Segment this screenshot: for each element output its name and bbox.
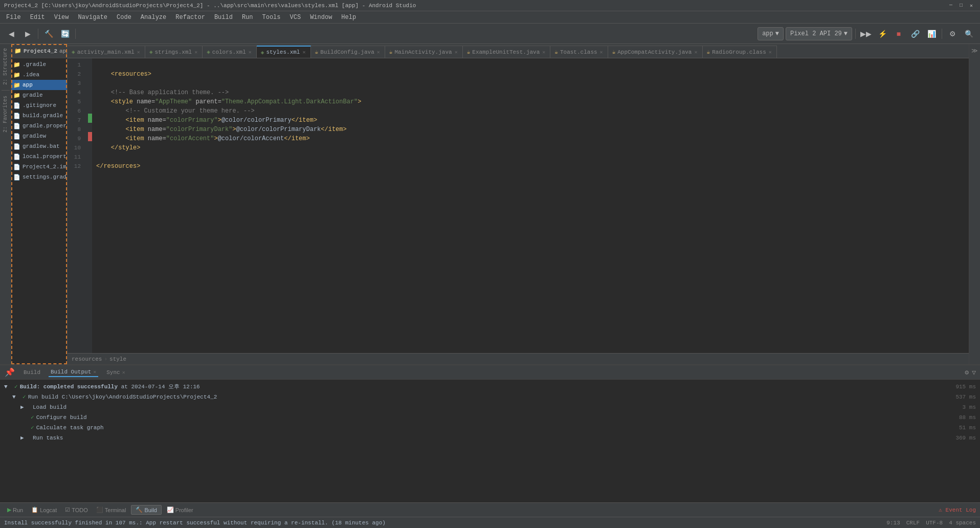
profiler-button[interactable]: 📈 Profiler: [164, 505, 196, 514]
bottom-minimize-icon[interactable]: ▽: [972, 368, 976, 377]
menu-vcs[interactable]: VCS: [286, 13, 305, 22]
run-bottom-icon: ▶: [7, 507, 11, 513]
tab-toast-class[interactable]: ☕ Toast.class ✕: [550, 46, 608, 58]
attach-button[interactable]: 🔗: [908, 27, 922, 41]
status-position[interactable]: 9:13: [886, 520, 900, 526]
tab-close[interactable]: ✕: [454, 49, 458, 55]
code-token: </item>: [292, 116, 317, 125]
gutter-9: [88, 132, 92, 141]
stop-button[interactable]: ■: [892, 27, 906, 41]
expand-arrow-6[interactable]: ▶: [20, 433, 31, 443]
menu-help[interactable]: Help: [337, 13, 360, 22]
tab-appcompat[interactable]: ☕ AppCompatActivity.java ✕: [608, 46, 703, 58]
tab-close[interactable]: ✕: [194, 49, 198, 55]
code-token: name=: [148, 116, 166, 125]
tab-buildconfig[interactable]: ☕ BuildConfig.java ✕: [311, 46, 385, 58]
minimize-icon[interactable]: ─: [949, 3, 955, 9]
menu-window[interactable]: Window: [306, 13, 336, 22]
bottom-tab-build[interactable]: Build: [21, 368, 42, 377]
menu-edit[interactable]: Edit: [26, 13, 49, 22]
tab-close[interactable]: ✕: [248, 49, 252, 55]
tree-item-app[interactable]: 📁 app: [11, 80, 67, 90]
tab-close[interactable]: ✕: [768, 49, 772, 55]
menu-refactor[interactable]: Refactor: [171, 13, 209, 22]
code-token: @color/colorAccent: [218, 134, 284, 143]
tree-item-gradle-props[interactable]: 📄 gradle.properties: [11, 121, 67, 131]
device-dropdown[interactable]: Pixel 2 API 29 ▼: [786, 27, 852, 40]
tree-item-iml[interactable]: 📄 Project4_2.iml: [11, 162, 67, 172]
bottom-tab-build-output-close[interactable]: ✕: [93, 369, 96, 375]
tree-item-idea[interactable]: 📁 .idea: [11, 70, 67, 80]
status-line-ending[interactable]: CRLF: [906, 520, 920, 526]
tab-icon: ☕: [389, 49, 393, 55]
tab-styles[interactable]: ◈ styles.xml ✕: [257, 46, 311, 58]
favorites-tab[interactable]: 2: Favorites: [2, 92, 9, 137]
gutter-12: [88, 160, 92, 169]
menu-view[interactable]: View: [50, 13, 73, 22]
coverage-button[interactable]: 📊: [924, 27, 939, 41]
expand-arrow-1[interactable]: ▼: [4, 382, 14, 391]
tab-close[interactable]: ✕: [599, 49, 604, 55]
check-icon-1: ✓: [14, 382, 18, 391]
menu-navigate[interactable]: Navigate: [74, 13, 112, 22]
expand-arrow-2[interactable]: ▼: [12, 392, 23, 402]
terminal-button[interactable]: ⬛ Terminal: [93, 505, 129, 514]
tab-close[interactable]: ✕: [137, 49, 141, 55]
menu-run[interactable]: Run: [238, 13, 257, 22]
tab-close[interactable]: ✕: [694, 49, 698, 55]
tab-mainactivity[interactable]: ☕ MainActivity.java ✕: [385, 46, 463, 58]
bottom-tab-sync[interactable]: Sync ✕: [104, 368, 127, 377]
tab-close[interactable]: ✕: [542, 49, 546, 55]
tab-label: RadioGroup.class: [712, 49, 766, 55]
tab-close[interactable]: ✕: [302, 49, 306, 55]
tree-item-settings-gradle[interactable]: 📄 settings.gradle: [11, 172, 67, 182]
tab-colors[interactable]: ◈ colors.xml ✕: [203, 46, 257, 58]
tree-item-gradle2[interactable]: 📁 gradle: [11, 90, 67, 100]
menu-tools[interactable]: Tools: [258, 13, 285, 22]
menu-file[interactable]: File: [2, 13, 25, 22]
tree-item-gradlew[interactable]: 📄 gradlew: [11, 131, 67, 141]
menu-build[interactable]: Build: [210, 13, 237, 22]
menu-analyze[interactable]: Analyze: [137, 13, 170, 22]
structure-tab[interactable]: 2: Structure: [2, 44, 9, 89]
expand-arrow-3[interactable]: ▶: [20, 403, 31, 412]
terminal-icon: ⬛: [96, 507, 103, 513]
tab-radiogroup[interactable]: ☕ RadioGroup.class ✕: [703, 46, 777, 58]
todo-button[interactable]: ☑ TODO: [62, 505, 91, 514]
bottom-tab-build-output[interactable]: Build Output ✕: [49, 368, 98, 377]
tab-close[interactable]: ✕: [376, 49, 381, 55]
search-button[interactable]: 🔍: [962, 27, 976, 41]
breadcrumb-style[interactable]: style: [109, 356, 126, 362]
tree-item-gradle[interactable]: 📁 .gradle: [11, 59, 67, 70]
profile-button[interactable]: ⚡: [875, 27, 889, 41]
event-log-button[interactable]: ⚠ Event Log: [939, 507, 976, 513]
tree-item-build-gradle[interactable]: 📄 build.gradle: [11, 111, 67, 121]
run-bottom-button[interactable]: ▶ Run: [4, 505, 26, 514]
back-button[interactable]: ◀: [4, 27, 18, 41]
right-strip-chevron[interactable]: ≫: [971, 44, 978, 55]
settings-button[interactable]: ⚙: [945, 27, 960, 41]
build-output: ▼ ✓ Build: completed successfully at 202…: [0, 380, 980, 502]
code-content[interactable]: <resources> <!-- Base application theme.…: [92, 58, 969, 353]
status-encoding[interactable]: UTF-8: [926, 520, 943, 526]
tab-activity-main[interactable]: ◈ activity_main.xml ✕: [68, 46, 145, 58]
tree-item-gitignore[interactable]: 📄 .gitignore: [11, 100, 67, 111]
run-config-button[interactable]: ▶▶: [859, 27, 873, 41]
forward-button[interactable]: ▶: [20, 27, 35, 41]
build-button[interactable]: 🔨: [41, 27, 56, 41]
bottom-settings-icon[interactable]: ⚙: [965, 368, 969, 377]
close-icon[interactable]: ✕: [970, 3, 976, 9]
tree-item-gradlew-bat[interactable]: 📄 gradlew.bat: [11, 141, 67, 151]
sync-button[interactable]: 🔄: [58, 27, 72, 41]
status-indent[interactable]: 4 spaces: [949, 520, 976, 526]
bottom-tab-sync-close[interactable]: ✕: [122, 369, 125, 376]
tree-item-local-props[interactable]: 📄 local.properties: [11, 151, 67, 162]
menu-code[interactable]: Code: [113, 13, 136, 22]
logcat-button[interactable]: 📋 Logcat: [28, 505, 60, 514]
build-bottom-button[interactable]: 🔨 Build: [131, 505, 161, 515]
app-dropdown[interactable]: app ▼: [758, 27, 784, 40]
tab-strings[interactable]: ◈ strings.xml ✕: [145, 46, 203, 58]
maximize-icon[interactable]: □: [960, 3, 966, 9]
tab-exampleunit[interactable]: ☕ ExampleUnitTest.java ✕: [463, 46, 551, 58]
breadcrumb-resources[interactable]: resources: [72, 356, 102, 362]
